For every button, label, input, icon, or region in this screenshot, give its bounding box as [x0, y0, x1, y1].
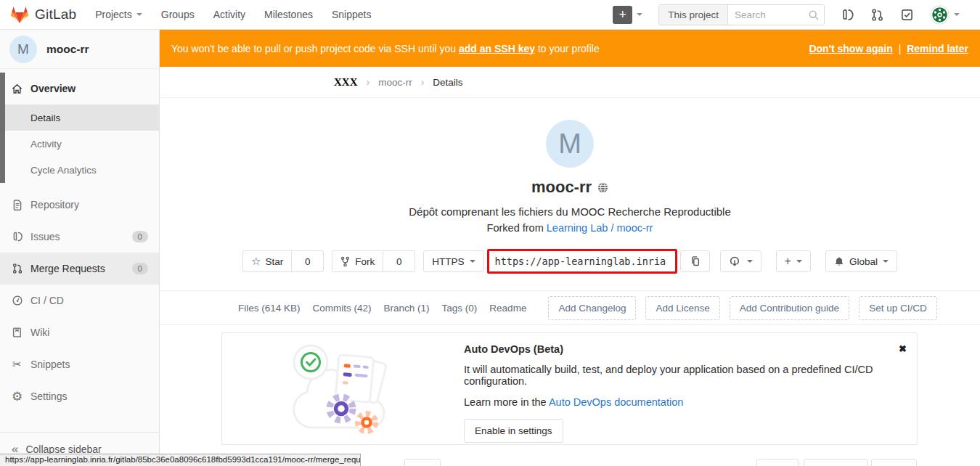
merge-request-icon — [11, 263, 23, 274]
user-menu[interactable] — [930, 5, 960, 25]
gear-icon: ⚙ — [11, 389, 23, 404]
copy-icon — [690, 256, 701, 267]
enable-in-settings-button[interactable]: Enable in settings — [464, 419, 563, 443]
breadcrumb-separator: › — [367, 76, 370, 88]
add-dropdown[interactable]: + — [776, 250, 811, 272]
sidebar-item-cycle-analytics[interactable]: Cycle Analytics — [0, 157, 159, 183]
breadcrumb: XXX › mooc-rr › Details — [160, 67, 980, 98]
navbar-links: Projects Groups Activity Milestones Snip… — [95, 9, 390, 20]
todos-icon[interactable] — [900, 8, 914, 22]
stat-files[interactable]: Files (614 KB) — [238, 303, 301, 314]
forked-from-link[interactable]: Learning Lab / mooc-rr — [547, 222, 653, 234]
auto-devops-doc-link[interactable]: Auto DevOps documentation — [549, 396, 683, 408]
chevron-down-icon — [637, 13, 642, 16]
ssh-warning-text: You won't be able to pull or push projec… — [171, 43, 600, 54]
ssh-warning-banner: You won't be able to pull or push projec… — [160, 30, 980, 67]
download-icon — [729, 256, 740, 267]
remind-later-link[interactable]: Remind later — [907, 43, 968, 54]
fork-group: Fork 0 — [332, 250, 415, 272]
star-count[interactable]: 0 — [292, 250, 324, 272]
breadcrumb-namespace[interactable]: XXX — [334, 76, 358, 89]
nav-snippets[interactable]: Snippets — [332, 9, 371, 20]
navbar-left: GitLab Projects Groups Activity Mileston… — [10, 6, 390, 24]
dont-show-again-link[interactable]: Don't show again — [809, 43, 892, 54]
breadcrumb-current: Details — [433, 77, 462, 88]
fork-count[interactable]: 0 — [383, 250, 415, 272]
auto-devops-learn-line: Learn more in the Auto DevOps documentat… — [464, 396, 917, 408]
sidebar-item-details[interactable]: Details — [0, 105, 159, 131]
add-changelog-button[interactable]: Add Changelog — [548, 296, 636, 320]
nav-projects[interactable]: Projects — [95, 9, 142, 20]
add-license-button[interactable]: Add License — [645, 296, 719, 320]
close-icon[interactable]: ✖ — [899, 343, 907, 354]
breadcrumb-project[interactable]: mooc-rr — [378, 77, 412, 88]
chevron-down-icon — [796, 260, 802, 263]
sidebar-item-wiki[interactable]: Wiki — [0, 316, 159, 348]
chevron-down-icon — [883, 260, 889, 263]
chevron-down-icon — [136, 13, 142, 16]
chevron-down-icon — [747, 260, 753, 263]
clone-url-input[interactable] — [487, 249, 677, 274]
notification-dropdown[interactable]: Global — [825, 250, 897, 272]
auto-devops-body: It will automatically build, test, and d… — [464, 364, 917, 387]
plus-icon: + — [785, 255, 791, 268]
download-dropdown[interactable] — [720, 250, 761, 272]
search-box — [728, 5, 824, 25]
stat-commits[interactable]: Commits (42) — [313, 303, 372, 314]
issues-icon — [11, 231, 23, 242]
stat-tags[interactable]: Tags (0) — [442, 303, 478, 314]
sidebar-item-settings[interactable]: ⚙ Settings — [0, 380, 159, 412]
book-icon — [11, 327, 23, 338]
navbar-right: + This project — [613, 4, 960, 25]
nav-groups[interactable]: Groups — [161, 9, 195, 20]
auto-devops-title: Auto DevOps (Beta) — [464, 343, 917, 355]
add-contribution-guide-button[interactable]: Add Contribution guide — [730, 296, 849, 320]
gitlab-logotype[interactable]: GitLab — [35, 7, 76, 23]
auto-devops-banner: Auto DevOps (Beta) It will automatically… — [221, 332, 918, 445]
merge-request-icon[interactable] — [870, 8, 884, 22]
user-avatar — [930, 5, 950, 25]
setup-cicd-button[interactable]: Set up CI/CD — [859, 296, 937, 320]
gitlab-logo-icon[interactable] — [10, 6, 29, 24]
cut-off-button[interactable] — [756, 459, 799, 466]
copy-url-button[interactable] — [680, 250, 710, 272]
stat-branch[interactable]: Branch (1) — [384, 303, 430, 314]
add-ssh-key-link[interactable]: add an SSH key — [459, 43, 535, 54]
star-button[interactable]: ☆Star — [242, 250, 292, 272]
project-stats-row: Files (614 KB) Commits (42) Branch (1) T… — [160, 291, 980, 325]
sidebar-item-ci-cd[interactable]: CI / CD — [0, 285, 159, 316]
sidebar-item-merge-requests[interactable]: Merge Requests 0 — [0, 253, 159, 285]
sidebar-item-snippets[interactable]: ✂ Snippets — [0, 348, 159, 380]
cut-off-button[interactable] — [804, 459, 867, 466]
project-avatar: M — [9, 36, 37, 63]
sidebar-gap — [0, 183, 159, 189]
sidebar-project-name: mooc-rr — [46, 43, 89, 56]
project-title: mooc-rr — [531, 178, 592, 197]
scissors-icon: ✂ — [11, 358, 23, 371]
banner-separator: | — [899, 43, 902, 54]
project-sidebar: M mooc-rr Overview Details Activity Cycl… — [0, 30, 160, 466]
gauge-icon — [11, 295, 23, 306]
protocol-dropdown[interactable]: HTTPS — [423, 250, 483, 272]
chevron-down-icon — [954, 13, 960, 16]
search-scope-label: This project — [659, 5, 728, 25]
nav-milestones[interactable]: Milestones — [264, 9, 313, 20]
nav-activity[interactable]: Activity — [213, 9, 245, 20]
fork-button[interactable]: Fork — [332, 250, 383, 272]
browser-status-bar: https://app-learninglab.inria.fr/gitlab/… — [0, 454, 361, 466]
issues-icon[interactable] — [841, 8, 854, 22]
project-header: M mooc-rr Dépôt comprenant les fichiers … — [160, 120, 980, 274]
new-dropdown-button[interactable]: + — [613, 6, 642, 24]
sidebar-item-overview[interactable]: Overview — [0, 73, 159, 105]
sidebar-item-activity[interactable]: Activity — [0, 131, 159, 157]
sidebar-item-repository[interactable]: Repository — [0, 189, 159, 221]
home-icon — [11, 83, 23, 95]
sidebar-item-issues[interactable]: Issues 0 — [0, 221, 159, 253]
stat-readme[interactable]: Readme — [489, 303, 526, 314]
banner-actions: Don't show again | Remind later — [809, 43, 968, 54]
cut-off-button[interactable] — [871, 459, 917, 466]
project-description: Dépôt comprenant les fichiers du MOOC Re… — [160, 205, 980, 218]
cut-off-button[interactable] — [404, 459, 441, 466]
project-avatar-large: M — [546, 120, 594, 168]
sidebar-project-header[interactable]: M mooc-rr — [0, 30, 159, 69]
